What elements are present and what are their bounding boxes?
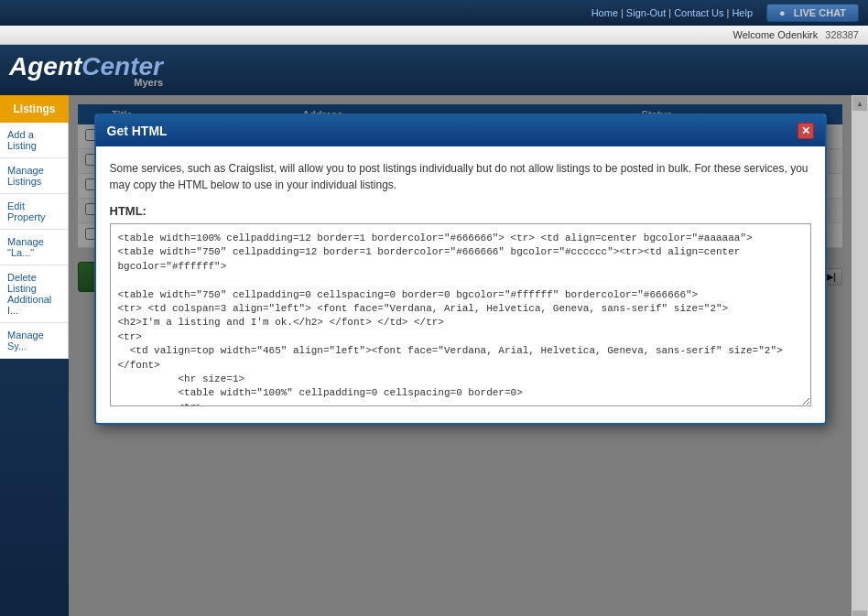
content-area: Get HTML ✕ Some services, such as Craigs… bbox=[69, 95, 852, 616]
nav-separator: | bbox=[621, 7, 624, 18]
scroll-down-arrow[interactable]: ▼ bbox=[852, 611, 867, 616]
nav-separator: | bbox=[668, 7, 671, 18]
logo-agent: Agent bbox=[9, 52, 81, 81]
modal-close-button[interactable]: ✕ bbox=[797, 123, 814, 139]
live-chat-icon: ● bbox=[779, 7, 788, 18]
get-html-modal: Get HTML ✕ Some services, such as Craigs… bbox=[94, 113, 827, 425]
signout-link[interactable]: Sign-Out bbox=[626, 7, 666, 18]
live-chat-button[interactable]: ● LIVE CHAT bbox=[766, 4, 859, 22]
welcome-text: Welcome Odenkirk bbox=[733, 29, 819, 40]
sidebar-item-manage-listings[interactable]: Manage Listings bbox=[0, 158, 68, 194]
top-navigation: Home | Sign-Out | Contact Us | Help ● LI… bbox=[0, 0, 868, 26]
scrollbar[interactable]: ▲ ▼ bbox=[852, 95, 868, 616]
html-textarea[interactable]: <table width=100% cellpadding=12 border=… bbox=[110, 223, 811, 406]
logo: AgentCenter Myers bbox=[9, 52, 163, 88]
help-link[interactable]: Help bbox=[732, 7, 753, 18]
html-label: HTML: bbox=[110, 204, 811, 218]
sidebar-item-manage-sy[interactable]: Manage Sy... bbox=[0, 323, 68, 359]
user-id: 328387 bbox=[825, 29, 859, 40]
modal-body: Some services, such as Craigslist, will … bbox=[96, 146, 825, 423]
main-wrapper: Listings Add a Listing Manage Listings E… bbox=[0, 95, 868, 616]
sidebar-item-edit-property[interactable]: Edit Property bbox=[0, 194, 68, 230]
modal-description: Some services, such as Craigslist, will … bbox=[110, 160, 811, 193]
sidebar-item-delete-listing[interactable]: Delete Listing Additional I... bbox=[0, 265, 68, 323]
sidebar-menu: Add a Listing Manage Listings Edit Prope… bbox=[0, 123, 69, 359]
modal-title: Get HTML bbox=[107, 124, 168, 138]
modal-overlay: Get HTML ✕ Some services, such as Craigs… bbox=[69, 95, 852, 616]
nav-separator: | bbox=[727, 7, 730, 18]
modal-header: Get HTML ✕ bbox=[96, 115, 825, 146]
listings-tab[interactable]: Listings bbox=[0, 95, 69, 123]
logo-bar: AgentCenter Myers bbox=[0, 45, 868, 95]
sidebar-item-manage-la[interactable]: Manage "La..." bbox=[0, 230, 68, 265]
home-link[interactable]: Home bbox=[591, 7, 618, 18]
scroll-up-arrow[interactable]: ▲ bbox=[852, 96, 867, 111]
contact-us-link[interactable]: Contact Us bbox=[674, 7, 723, 18]
sidebar: Listings Add a Listing Manage Listings E… bbox=[0, 95, 69, 616]
sidebar-item-add-listing[interactable]: Add a Listing bbox=[0, 123, 68, 158]
welcome-bar: Welcome Odenkirk 328387 bbox=[0, 26, 868, 45]
